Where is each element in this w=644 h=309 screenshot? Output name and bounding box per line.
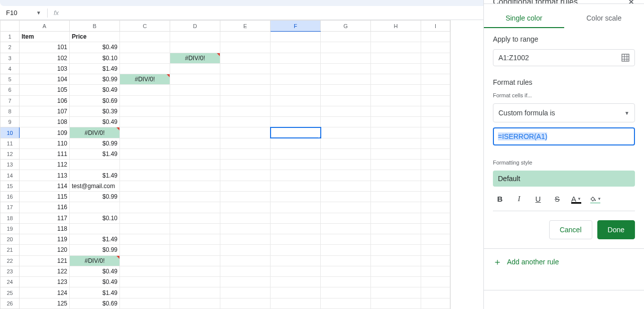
cell-E7[interactable] [220, 95, 271, 106]
tab-color-scale[interactable]: Color scale [564, 9, 645, 28]
row-header-21[interactable]: 21 [1, 245, 20, 255]
col-header-B[interactable]: B [70, 21, 120, 32]
name-box[interactable]: F10 ▼ [4, 9, 43, 17]
cell-A20[interactable]: 119 [20, 234, 70, 245]
cell-D20[interactable] [170, 234, 220, 245]
underline-button[interactable]: U [532, 193, 544, 205]
cell-C24[interactable] [120, 277, 170, 287]
col-header-H[interactable]: H [371, 21, 421, 32]
cell-E20[interactable] [220, 234, 271, 245]
cell-F14[interactable] [271, 170, 321, 181]
selection-handle[interactable] [319, 136, 321, 138]
row-header-2[interactable]: 2 [1, 42, 20, 53]
cell-C9[interactable] [120, 117, 170, 127]
cell-H17[interactable] [371, 202, 421, 213]
row-header-1[interactable]: 1 [1, 32, 20, 42]
cell-D6[interactable] [170, 85, 220, 95]
cell-H18[interactable] [371, 213, 421, 223]
cell-H4[interactable] [371, 63, 421, 74]
row-header-6[interactable]: 6 [1, 85, 20, 95]
cell-I21[interactable] [421, 245, 450, 255]
cell-C21[interactable] [120, 245, 170, 255]
cell-E13[interactable] [220, 160, 271, 170]
cell-C3[interactable] [120, 53, 170, 63]
cell-B20[interactable]: $1.49 [70, 234, 120, 245]
cell-G6[interactable] [321, 85, 371, 95]
cell-B24[interactable]: $0.49 [70, 277, 120, 287]
cell-A13[interactable]: 112 [20, 160, 70, 170]
cell-F22[interactable] [271, 255, 321, 266]
cell-A1[interactable]: Item [20, 32, 70, 42]
cell-E8[interactable] [220, 106, 271, 116]
cell-C2[interactable] [120, 42, 170, 53]
cell-A9[interactable]: 108 [20, 117, 70, 127]
cell-A4[interactable]: 103 [20, 63, 70, 74]
cell-F16[interactable] [271, 191, 321, 202]
cell-C22[interactable] [120, 255, 170, 266]
cell-D7[interactable] [170, 95, 220, 106]
cell-G18[interactable] [321, 213, 371, 223]
cell-F18[interactable] [271, 213, 321, 223]
cell-B10[interactable]: #DIV/0! [70, 127, 120, 138]
cell-G8[interactable] [321, 106, 371, 116]
cell-E4[interactable] [220, 63, 271, 74]
cell-I1[interactable] [421, 32, 450, 42]
cell-B21[interactable]: $0.99 [70, 245, 120, 255]
cell-A3[interactable]: 102 [20, 53, 70, 63]
cell-C6[interactable] [120, 85, 170, 95]
cell-C8[interactable] [120, 106, 170, 116]
cell-H22[interactable] [371, 255, 421, 266]
cell-I4[interactable] [421, 63, 450, 74]
cell-I16[interactable] [421, 191, 450, 202]
cell-D11[interactable] [170, 138, 220, 148]
cell-G24[interactable] [321, 277, 371, 287]
cell-B3[interactable]: $0.10 [70, 53, 120, 63]
cell-C5[interactable]: #DIV/0! [120, 74, 170, 85]
cell-C10[interactable] [120, 127, 170, 138]
cell-B13[interactable] [70, 160, 120, 170]
cell-A5[interactable]: 104 [20, 74, 70, 85]
col-header-A[interactable]: A [20, 21, 70, 32]
cell-I2[interactable] [421, 42, 450, 53]
row-header-4[interactable]: 4 [1, 63, 20, 74]
cell-D26[interactable] [170, 298, 220, 308]
cell-E21[interactable] [220, 245, 271, 255]
cell-H16[interactable] [371, 191, 421, 202]
cell-A19[interactable]: 118 [20, 223, 70, 234]
cell-G19[interactable] [321, 223, 371, 234]
cell-G2[interactable] [321, 42, 371, 53]
close-icon[interactable]: ✕ [627, 0, 635, 4]
cell-H11[interactable] [371, 138, 421, 148]
cell-G26[interactable] [321, 298, 371, 308]
cell-D4[interactable] [170, 63, 220, 74]
row-header-13[interactable]: 13 [1, 160, 20, 170]
cell-G17[interactable] [321, 202, 371, 213]
cell-I10[interactable] [421, 127, 450, 138]
cell-I13[interactable] [421, 160, 450, 170]
cell-H2[interactable] [371, 42, 421, 53]
cell-B2[interactable]: $0.49 [70, 42, 120, 53]
cell-E6[interactable] [220, 85, 271, 95]
condition-select[interactable]: Custom formula is ▼ [493, 103, 635, 122]
row-header-25[interactable]: 25 [1, 287, 20, 298]
cell-G13[interactable] [321, 160, 371, 170]
cell-G15[interactable] [321, 181, 371, 191]
text-color-button[interactable]: A▼ [570, 193, 582, 205]
cell-B19[interactable] [70, 223, 120, 234]
cell-D2[interactable] [170, 42, 220, 53]
row-header-5[interactable]: 5 [1, 74, 20, 85]
cell-D5[interactable] [170, 74, 220, 85]
cell-B4[interactable]: $1.49 [70, 63, 120, 74]
cell-B26[interactable]: $0.69 [70, 298, 120, 308]
cell-D15[interactable] [170, 181, 220, 191]
cell-A17[interactable]: 116 [20, 202, 70, 213]
cell-D1[interactable] [170, 32, 220, 42]
cell-G4[interactable] [321, 63, 371, 74]
cell-D13[interactable] [170, 160, 220, 170]
cell-F9[interactable] [271, 117, 321, 127]
cell-B14[interactable]: $1.49 [70, 170, 120, 181]
cell-A7[interactable]: 106 [20, 95, 70, 106]
cell-D14[interactable] [170, 170, 220, 181]
cell-G7[interactable] [321, 95, 371, 106]
cell-A21[interactable]: 120 [20, 245, 70, 255]
